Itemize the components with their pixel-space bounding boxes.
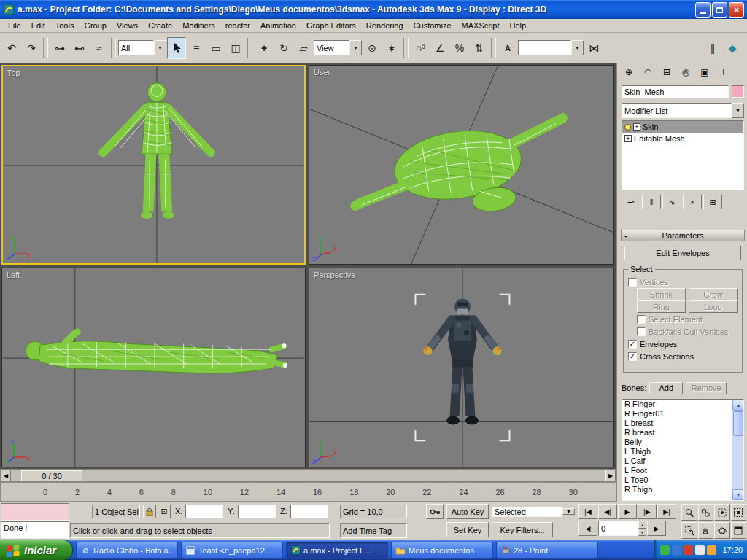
zoom-icon[interactable] — [681, 504, 697, 521]
bone-list-item[interactable]: R Thigh — [622, 485, 743, 494]
select-and-move-icon[interactable]: + — [255, 37, 274, 59]
create-tab-icon[interactable]: ⊕ — [620, 65, 638, 79]
make-unique-icon[interactable]: ∿ — [662, 195, 681, 209]
rectangular-selection-region-icon[interactable]: ▭ — [206, 37, 225, 59]
user-viewport-scene[interactable] — [309, 66, 613, 264]
select-object-button[interactable] — [167, 37, 186, 59]
frame-spinner[interactable]: ▴ ▾ — [638, 521, 646, 536]
viewport-label[interactable]: Left — [7, 271, 20, 279]
bind-to-spacewarp-icon[interactable]: ≈ — [90, 37, 109, 59]
menu-maxscript[interactable]: MAXScript — [457, 20, 505, 31]
add-bone-button[interactable]: Add — [649, 382, 683, 394]
bones-scrollbar[interactable]: ▲ ▼ — [732, 400, 743, 500]
play-icon[interactable]: ▶ — [618, 504, 637, 519]
track-bar[interactable]: 0 2 4 6 8 10 12 14 16 18 20 22 24 26 28 … — [0, 482, 616, 502]
align-icon[interactable]: ∥ — [703, 37, 722, 59]
select-and-scale-icon[interactable]: ▱ — [294, 37, 313, 59]
previous-frame-icon[interactable]: ◀| — [598, 504, 617, 519]
percent-snap-icon[interactable]: % — [450, 37, 469, 59]
display-tab-icon[interactable]: ▣ — [696, 65, 713, 79]
backface-cull-vertices-checkbox[interactable]: ✓ — [637, 327, 646, 336]
auto-key-button[interactable]: Auto Key — [446, 504, 489, 519]
remove-bone-button[interactable]: Remove — [686, 382, 727, 394]
menu-customize[interactable]: Customize — [409, 20, 457, 31]
viewport-left[interactable]: Left — [1, 268, 306, 467]
zoom-extents-icon[interactable] — [714, 504, 730, 521]
pin-stack-icon[interactable]: ⊸ — [622, 195, 640, 209]
modifier-enable-bulb-icon[interactable] — [624, 124, 631, 131]
menu-group[interactable]: Group — [79, 20, 112, 31]
modifier-stack-item-editable-mesh[interactable]: + Editable Mesh — [622, 133, 743, 144]
mirror-icon[interactable]: ⋈ — [584, 37, 603, 59]
unlink-selection-icon[interactable]: ⊷ — [70, 37, 89, 59]
viewport-top[interactable]: Top — [1, 65, 306, 265]
bone-list-item[interactable]: L Thigh — [622, 447, 743, 456]
zoom-region-icon[interactable] — [681, 522, 697, 539]
angle-snap-icon[interactable]: ∠ — [430, 37, 449, 59]
go-to-start-icon[interactable]: |◀ — [578, 504, 597, 519]
taskbar-task-paint[interactable]: 28 - Paint — [496, 542, 598, 559]
menu-animation[interactable]: Animation — [255, 20, 301, 31]
bone-list-item[interactable]: L breast — [622, 419, 743, 428]
taskbar-task-radio-globo[interactable]: e Rádio Globo - Bota a... — [76, 542, 178, 559]
show-end-result-icon[interactable]: ‖ — [642, 195, 661, 209]
taskbar-task-toast[interactable]: Toast <e_paepa12... — [181, 542, 283, 559]
network-tray-icon[interactable] — [672, 545, 681, 555]
key-filters-button[interactable]: Key Filters... — [492, 522, 553, 537]
set-key-mode-icon[interactable] — [426, 504, 444, 519]
menu-edit[interactable]: Edit — [26, 20, 50, 31]
bone-list-item[interactable]: L Calf — [622, 456, 743, 466]
modify-tab-icon[interactable]: ◠ — [639, 65, 657, 79]
reference-coordinate-system-dropdown[interactable]: View ▼ — [314, 40, 362, 55]
bone-list-item[interactable]: R breast — [622, 428, 743, 438]
select-and-link-icon[interactable]: ⊶ — [50, 37, 69, 59]
modifier-list-dropdown[interactable]: Modifier List ▼ — [622, 103, 744, 118]
taskbar-task-3dsmax[interactable]: a.max - Project F... — [286, 542, 388, 559]
motion-tab-icon[interactable]: ◎ — [677, 65, 694, 79]
menu-views[interactable]: Views — [112, 20, 143, 31]
select-and-rotate-icon[interactable]: ↻ — [274, 37, 293, 59]
bone-list-item[interactable]: L Toe0 — [622, 475, 743, 485]
time-slider-left-icon[interactable]: ◀ — [1, 470, 11, 481]
chevron-down-icon[interactable]: ▼ — [562, 508, 575, 515]
chevron-down-icon[interactable]: ▼ — [571, 40, 584, 55]
add-time-tag[interactable]: Add Time Tag — [340, 523, 407, 538]
cross-sections-checkbox[interactable]: ✓ — [628, 352, 637, 361]
selection-lock-icon[interactable] — [143, 505, 156, 518]
update-tray-icon[interactable] — [707, 545, 716, 555]
expand-icon[interactable]: + — [633, 123, 640, 131]
x-coordinate-field[interactable] — [185, 505, 223, 518]
maxscript-macro-recorder[interactable] — [1, 503, 69, 521]
menu-tools[interactable]: Tools — [50, 20, 80, 31]
chevron-down-icon[interactable]: ▼ — [154, 40, 166, 55]
viewport-perspective[interactable]: Perspective — [309, 268, 614, 467]
modifier-stack-item-skin[interactable]: + Skin — [622, 121, 743, 133]
select-and-manipulate-icon[interactable]: ∗ — [382, 37, 401, 59]
select-element-checkbox[interactable]: ✓ — [637, 315, 646, 324]
menu-file[interactable]: File — [3, 20, 26, 31]
grow-button[interactable]: Grow — [689, 288, 738, 300]
bone-list-item[interactable]: L Foot — [622, 466, 743, 475]
selection-filter-dropdown[interactable]: All ▼ — [118, 40, 166, 55]
previous-key-icon[interactable]: ◀ — [578, 521, 597, 536]
scrollbar-thumb[interactable] — [733, 411, 743, 436]
edit-envelopes-button[interactable]: Edit Envelopes — [624, 246, 741, 260]
menu-help[interactable]: Help — [505, 20, 532, 31]
select-by-name-icon[interactable]: ≡ — [187, 37, 206, 59]
perspective-viewport-scene[interactable] — [309, 268, 613, 467]
top-viewport-scene[interactable] — [3, 66, 304, 263]
start-button[interactable]: Iniciar — [0, 540, 72, 560]
viewport-label[interactable]: Top — [7, 69, 20, 77]
zoom-all-icon[interactable] — [698, 504, 714, 521]
viewport-label[interactable]: Perspective — [314, 271, 355, 279]
scroll-up-icon[interactable]: ▲ — [732, 400, 744, 411]
restore-button[interactable] — [712, 2, 727, 18]
left-viewport-scene[interactable] — [2, 268, 305, 467]
antivirus-tray-icon[interactable] — [684, 545, 693, 555]
bone-list-item[interactable]: R Finger — [622, 400, 743, 409]
hierarchy-tab-icon[interactable]: ⊞ — [658, 65, 676, 79]
menu-graph-editors[interactable]: Graph Editors — [301, 20, 361, 31]
close-button[interactable]: × — [729, 2, 744, 18]
viewport-user[interactable]: User — [309, 65, 614, 265]
collapse-icon[interactable]: - — [622, 231, 630, 240]
